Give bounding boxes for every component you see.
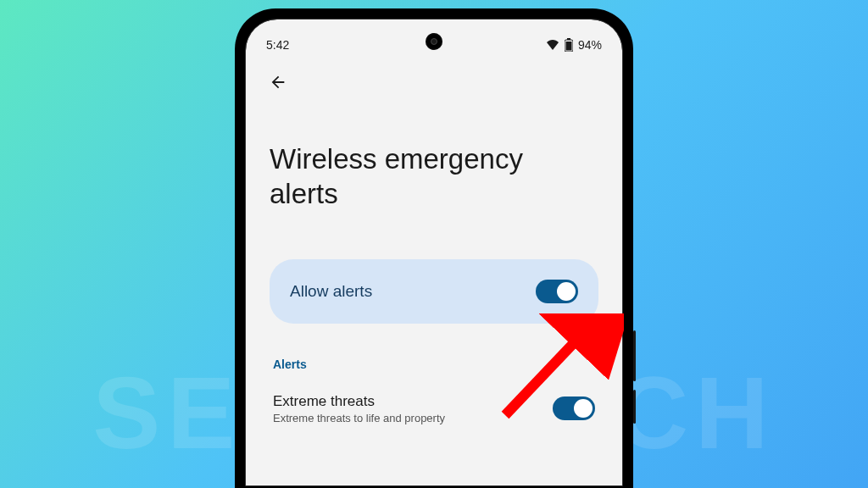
section-label-alerts: Alerts xyxy=(270,358,598,388)
toggle-knob xyxy=(557,282,576,301)
allow-alerts-label: Allow alerts xyxy=(290,282,372,301)
arrow-left-icon xyxy=(269,73,287,95)
setting-subtitle: Extreme threats to life and property xyxy=(273,412,445,424)
battery-icon xyxy=(565,38,573,52)
page-title: Wireless emergency alerts xyxy=(270,141,598,212)
extreme-threats-toggle[interactable] xyxy=(553,396,595,420)
back-button[interactable] xyxy=(261,67,295,101)
camera-hole xyxy=(426,33,442,50)
status-time: 5:42 xyxy=(266,38,289,52)
wifi-icon xyxy=(546,40,559,50)
svg-rect-2 xyxy=(565,42,571,51)
toggle-knob xyxy=(574,399,593,418)
setting-title: Extreme threats xyxy=(273,393,445,410)
phone-frame: 5:42 94% Wi xyxy=(235,8,633,488)
phone-side-button xyxy=(633,390,636,424)
phone-side-button xyxy=(633,330,636,381)
setting-extreme-threats[interactable]: Extreme threats Extreme threats to life … xyxy=(270,388,598,430)
phone-screen: 5:42 94% Wi xyxy=(246,19,622,485)
allow-alerts-card[interactable]: Allow alerts xyxy=(270,259,598,324)
allow-alerts-toggle[interactable] xyxy=(536,280,578,303)
status-battery-pct: 94% xyxy=(578,38,602,52)
